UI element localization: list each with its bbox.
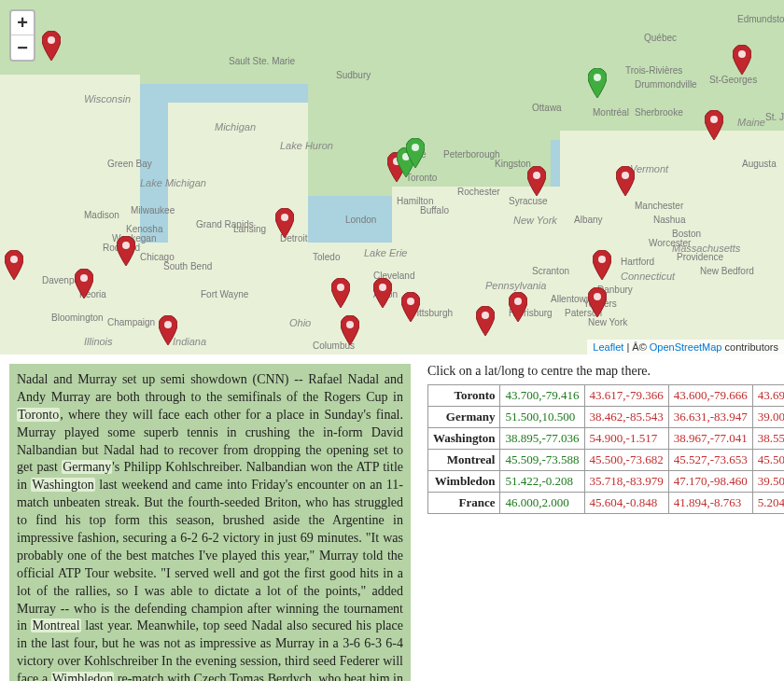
best-coord-cell[interactable]: 38.895,-77.036 [500, 428, 584, 450]
red-marker-icon[interactable] [159, 315, 177, 345]
table-row: Toronto43.700,-79.41643.617,-79.36643.60… [428, 385, 785, 407]
green-marker-icon[interactable] [406, 138, 425, 168]
candidate-coord-cell[interactable]: 36.631,-83.947 [668, 407, 752, 428]
svg-point-12 [514, 298, 522, 305]
red-marker-icon[interactable] [705, 110, 723, 140]
red-marker-icon[interactable] [75, 269, 93, 299]
table-row: France46.000,2.00045.604,-0.84841.894,-8… [428, 493, 785, 514]
red-marker-icon[interactable] [509, 292, 527, 322]
red-marker-icon[interactable] [331, 278, 350, 308]
place-cell: France [428, 493, 500, 514]
candidate-coord-cell[interactable]: 45.604,-0.848 [584, 493, 668, 514]
svg-point-8 [379, 284, 386, 291]
svg-point-3 [122, 242, 130, 249]
candidate-coord-cell[interactable]: 39.003,-82 [752, 407, 784, 428]
svg-point-16 [622, 172, 629, 179]
red-marker-icon[interactable] [341, 315, 359, 345]
svg-point-15 [598, 256, 606, 263]
candidate-coord-cell[interactable]: 39.509,-76 [752, 471, 784, 493]
zoom-control: + − [9, 9, 35, 62]
table-row: Washington38.895,-77.03654.900,-1.51738.… [428, 428, 785, 450]
candidate-coord-cell[interactable]: 43.617,-79.366 [584, 385, 668, 407]
candidate-coord-cell[interactable]: 38.462,-85.543 [584, 407, 668, 428]
leaflet-link[interactable]: Leaflet [593, 341, 623, 353]
osm-link[interactable]: OpenStreetMap [650, 341, 722, 353]
map-container[interactable]: + − WisconsinMichiganLake HuronLake Mich… [0, 0, 784, 354]
candidate-coord-cell[interactable]: 45.527,-73.653 [668, 450, 752, 471]
zoom-in-button[interactable]: + [11, 11, 34, 35]
svg-point-1 [10, 256, 18, 263]
svg-point-7 [346, 321, 354, 328]
place-germany[interactable]: Germany [62, 460, 112, 474]
best-coord-cell[interactable]: 51.422,-0.208 [500, 471, 584, 493]
candidate-coord-cell[interactable]: 38.967,-77.041 [668, 428, 752, 450]
red-marker-icon[interactable] [616, 166, 635, 196]
best-coord-cell[interactable]: 51.500,10.500 [500, 407, 584, 428]
svg-point-20 [412, 144, 419, 151]
place-toronto[interactable]: Toronto [17, 408, 60, 422]
candidate-coord-cell[interactable]: 45.505,-73 [752, 450, 784, 471]
red-marker-icon[interactable] [527, 166, 546, 196]
svg-point-17 [710, 116, 718, 123]
red-marker-icon[interactable] [117, 236, 135, 266]
svg-point-0 [48, 36, 55, 44]
candidate-coord-cell[interactable]: 35.718,-83.979 [584, 471, 668, 493]
candidate-coord-cell[interactable]: 41.894,-8.763 [668, 493, 752, 514]
red-marker-icon[interactable] [275, 208, 294, 238]
candidate-coord-cell[interactable]: 43.600,-79.666 [668, 385, 752, 407]
coordinates-table: Toronto43.700,-79.41643.617,-79.36643.60… [427, 384, 784, 514]
place-cell: Toronto [428, 385, 500, 407]
svg-point-10 [407, 298, 414, 305]
svg-point-11 [482, 312, 489, 319]
red-marker-icon[interactable] [5, 250, 23, 280]
red-marker-icon[interactable] [476, 306, 495, 336]
place-cell: Wimbledon [428, 471, 500, 493]
candidate-coord-cell[interactable]: 5.204,-3.73 [752, 493, 784, 514]
svg-point-2 [80, 274, 88, 282]
green-marker-icon[interactable] [588, 68, 607, 98]
article-panel: Nadal and Murray set up semi showdown (C… [9, 364, 411, 681]
red-marker-icon[interactable] [401, 292, 420, 322]
table-hint: Click on a lat/long to centre the map th… [427, 364, 784, 379]
red-marker-icon[interactable] [733, 45, 751, 75]
svg-point-6 [337, 284, 344, 291]
place-cell: Germany [428, 407, 500, 428]
table-row: Montreal45.509,-73.58845.500,-73.68245.5… [428, 450, 785, 471]
table-row: Wimbledon51.422,-0.20835.718,-83.97947.1… [428, 471, 785, 493]
table-row: Germany51.500,10.50038.462,-85.54336.631… [428, 407, 785, 428]
svg-point-4 [164, 321, 172, 328]
candidate-coord-cell[interactable]: 43.697,-79 [752, 385, 784, 407]
candidate-coord-cell[interactable]: 45.500,-73.682 [584, 450, 668, 471]
red-marker-icon[interactable] [373, 278, 392, 308]
candidate-coord-cell[interactable]: 38.558,-91 [752, 428, 784, 450]
map-label: London [345, 215, 376, 225]
place-cell: Washington [428, 428, 500, 450]
zoom-out-button[interactable]: − [11, 35, 34, 60]
candidate-coord-cell[interactable]: 54.900,-1.517 [584, 428, 668, 450]
red-marker-icon[interactable] [42, 31, 61, 61]
candidate-coord-cell[interactable]: 47.170,-98.460 [668, 471, 752, 493]
best-coord-cell[interactable]: 46.000,2.000 [500, 493, 584, 514]
red-marker-icon[interactable] [588, 287, 607, 317]
place-wimbledon[interactable]: Wimbledon [51, 672, 115, 681]
svg-point-18 [738, 50, 746, 58]
map-attribution: Leaflet | Â© OpenStreetMap contributors [587, 340, 784, 354]
place-cell: Montreal [428, 450, 500, 471]
svg-point-21 [594, 74, 601, 81]
best-coord-cell[interactable]: 45.509,-73.588 [500, 450, 584, 471]
svg-point-13 [533, 172, 540, 179]
place-montreal[interactable]: Montreal [31, 618, 80, 632]
red-marker-icon[interactable] [593, 250, 611, 280]
best-coord-cell[interactable]: 43.700,-79.416 [500, 385, 584, 407]
svg-point-14 [594, 293, 601, 300]
svg-point-5 [281, 214, 288, 221]
place-washington[interactable]: Washington [31, 478, 95, 492]
